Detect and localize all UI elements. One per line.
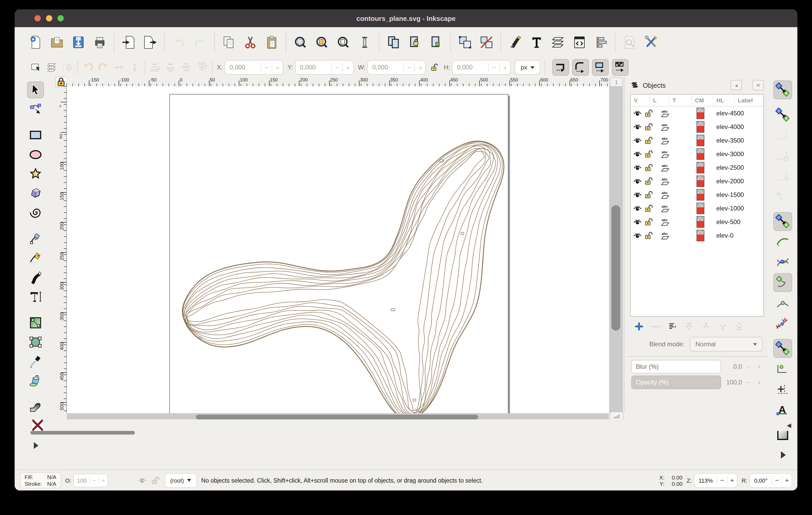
- color-swatch[interactable]: [665, 419, 676, 431]
- opacity-plus-button[interactable]: +: [756, 378, 763, 386]
- snap-bbox-toggle[interactable]: [773, 105, 792, 124]
- color-swatch[interactable]: [539, 419, 549, 431]
- layer-row[interactable]: abc elev-2000: [631, 175, 763, 188]
- pencil-tool[interactable]: [27, 230, 44, 247]
- highlight-swatch[interactable]: [694, 162, 714, 173]
- h-plus-button[interactable]: +: [499, 63, 510, 71]
- color-swatch[interactable]: [54, 419, 64, 431]
- add-layer-button[interactable]: [634, 322, 644, 331]
- color-swatch[interactable]: [697, 419, 707, 431]
- color-swatch[interactable]: [707, 419, 718, 431]
- object-opacity-minus[interactable]: −: [90, 477, 99, 484]
- import-icon[interactable]: [121, 35, 136, 50]
- color-swatch[interactable]: [613, 419, 623, 431]
- lock-icon[interactable]: [642, 149, 654, 159]
- snap-smooth-nodes-toggle[interactable]: [773, 273, 792, 292]
- color-swatch[interactable]: [570, 419, 581, 431]
- visibility-eye-icon[interactable]: [631, 122, 642, 132]
- palette-scroll-left-button[interactable]: ◀: [785, 421, 793, 430]
- type-icon[interactable]: abc: [654, 217, 674, 227]
- opacity-minus-button[interactable]: −: [745, 378, 752, 386]
- color-swatch[interactable]: [718, 419, 728, 431]
- close-window-button[interactable]: [34, 15, 41, 22]
- h-input[interactable]: 0,000: [453, 64, 488, 71]
- opacity-slider[interactable]: Opacity (%): [631, 375, 721, 389]
- color-swatch[interactable]: [106, 419, 117, 431]
- type-icon[interactable]: abc: [654, 122, 674, 132]
- blur-minus-button[interactable]: −: [745, 363, 752, 371]
- layer-row[interactable]: abc elev-3500: [631, 134, 763, 147]
- color-swatch[interactable]: [338, 419, 349, 431]
- color-swatch[interactable]: [402, 419, 412, 431]
- box3d-tool[interactable]: [27, 185, 44, 202]
- remove-layer-button[interactable]: [651, 322, 661, 331]
- ungroup-icon[interactable]: [479, 35, 494, 50]
- highlight-swatch[interactable]: [694, 135, 714, 146]
- color-swatch[interactable]: [43, 419, 53, 431]
- panel-close-button[interactable]: ✕: [752, 80, 764, 90]
- highlight-swatch[interactable]: [694, 176, 714, 187]
- visibility-eye-icon[interactable]: [631, 149, 642, 159]
- horizontal-scrollbar-thumb[interactable]: [196, 415, 478, 419]
- lock-icon[interactable]: [642, 177, 654, 186]
- layer-lock-icon[interactable]: [151, 476, 161, 485]
- duplicate-icon[interactable]: [386, 35, 401, 50]
- rotate-cw-icon[interactable]: [98, 62, 109, 73]
- flip-horizontal-icon[interactable]: [113, 62, 125, 73]
- blur-value[interactable]: 0,0: [724, 363, 742, 370]
- color-swatch[interactable]: [528, 419, 539, 431]
- layer-label[interactable]: elev-1000: [714, 205, 763, 212]
- palette-scrollbar[interactable]: [14, 431, 798, 435]
- zoom-plus-button[interactable]: +: [727, 476, 737, 484]
- color-swatch[interactable]: [433, 419, 444, 431]
- calligraphy-tool[interactable]: [27, 269, 44, 286]
- raise-to-top-icon[interactable]: [197, 62, 208, 73]
- color-swatch[interactable]: [233, 419, 243, 431]
- color-swatch[interactable]: [307, 419, 317, 431]
- type-icon[interactable]: abc: [654, 204, 674, 213]
- snap-grid-toggle[interactable]: [773, 380, 792, 398]
- lock-icon[interactable]: [642, 163, 654, 172]
- color-swatch[interactable]: [581, 419, 591, 431]
- color-swatch[interactable]: [560, 419, 570, 431]
- color-swatch[interactable]: [296, 419, 307, 431]
- color-swatch[interactable]: [444, 419, 454, 431]
- color-swatch[interactable]: [602, 419, 612, 431]
- color-swatch[interactable]: [486, 419, 496, 431]
- type-icon[interactable]: abc: [654, 109, 674, 118]
- xml-editor-icon[interactable]: [572, 35, 587, 50]
- create-clone-icon[interactable]: [408, 35, 422, 50]
- print-icon[interactable]: [92, 35, 107, 50]
- w-plus-button[interactable]: +: [415, 63, 426, 71]
- scale-stroke-toggle[interactable]: [552, 59, 569, 76]
- layers-dialog-icon[interactable]: [551, 35, 566, 50]
- move-to-top-button[interactable]: [685, 322, 694, 331]
- blur-slider[interactable]: Blur (%): [631, 360, 721, 373]
- flip-vertical-icon[interactable]: [129, 62, 141, 73]
- snap-master-toggle[interactable]: [773, 81, 792, 99]
- x-minus-button[interactable]: −: [261, 63, 272, 71]
- h-minus-button[interactable]: −: [488, 63, 499, 71]
- snap-guides-toggle[interactable]: HH: [773, 314, 792, 333]
- layer-label[interactable]: elev-2000: [714, 178, 763, 185]
- visibility-eye-icon[interactable]: [631, 204, 642, 213]
- zoom-input[interactable]: 113%: [694, 477, 717, 483]
- text-tool[interactable]: [27, 288, 44, 305]
- canvas[interactable]: [67, 86, 609, 413]
- lock-icon[interactable]: [642, 109, 654, 118]
- layer-label[interactable]: elev-4000: [714, 123, 763, 130]
- rectangle-tool[interactable]: [27, 127, 44, 144]
- snap-bbox-midpoints-toggle[interactable]: [773, 166, 792, 185]
- color-swatch[interactable]: [148, 419, 159, 431]
- blur-plus-button[interactable]: +: [756, 363, 763, 371]
- color-swatch[interactable]: [518, 419, 528, 431]
- horizontal-ruler[interactable]: -150-100-5005010015020025030035040045050…: [66, 77, 609, 87]
- paste-icon[interactable]: [264, 35, 279, 50]
- new-document-icon[interactable]: [28, 35, 43, 50]
- visibility-eye-icon[interactable]: [631, 217, 642, 227]
- type-icon[interactable]: abc: [654, 149, 674, 159]
- minimize-window-button[interactable]: [46, 15, 52, 22]
- move-gradients-toggle[interactable]: [592, 59, 609, 76]
- spiral-tool[interactable]: [27, 204, 44, 221]
- color-swatch[interactable]: [412, 419, 423, 431]
